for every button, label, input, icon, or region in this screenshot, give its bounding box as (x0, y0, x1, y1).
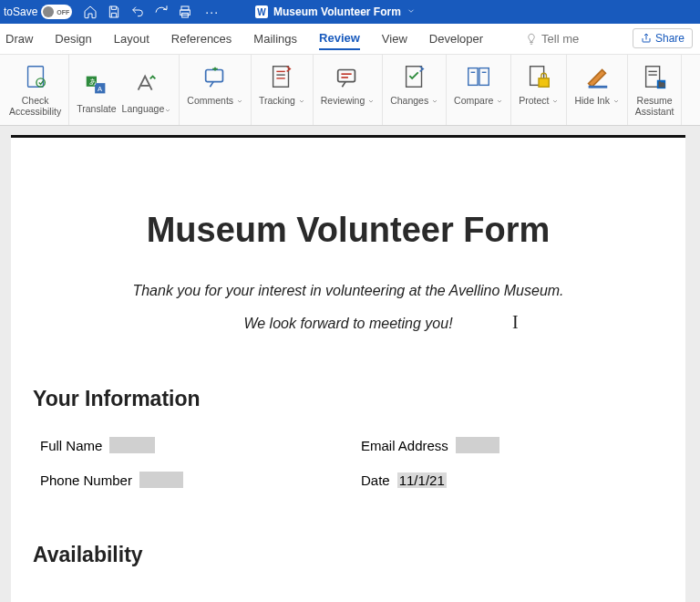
ribbon: Check Accessibility あA Translate Languag… (0, 55, 700, 126)
field-full-name: Full Name (40, 437, 343, 453)
ribbon-accessibility[interactable]: Check Accessibility (2, 55, 69, 125)
svg-rect-24 (539, 78, 549, 87)
comments-icon (201, 60, 229, 93)
label-date: Date (361, 472, 390, 488)
input-phone[interactable] (139, 472, 183, 488)
tab-review[interactable]: Review (319, 27, 360, 50)
svg-text:あ: あ (88, 78, 96, 87)
svg-rect-10 (206, 70, 223, 82)
text-cursor-icon: I (512, 312, 519, 333)
tab-view[interactable]: View (382, 28, 407, 49)
ribbon-resume-assistant[interactable]: in Resume Assistant (628, 55, 683, 125)
home-icon[interactable] (83, 5, 98, 19)
input-full-name[interactable] (109, 437, 155, 453)
chevron-down-icon (431, 95, 438, 106)
input-email[interactable] (456, 437, 499, 453)
share-icon (641, 33, 652, 44)
section-availability: Availability (33, 543, 664, 567)
print-icon[interactable] (178, 5, 192, 19)
field-phone: Phone Number (40, 472, 343, 488)
ribbon-comments[interactable]: Comments (180, 55, 252, 125)
label-email: Email Address (361, 438, 448, 453)
intro-line-1: Thank you for your interest in volunteer… (33, 283, 664, 299)
chevron-down-icon (496, 95, 503, 106)
menu-tabs: Draw Design Layout References Mailings R… (0, 24, 700, 55)
redo-icon[interactable] (154, 5, 169, 19)
tracking-icon (268, 60, 295, 93)
label-full-name: Full Name (40, 438, 102, 453)
intro-line-2: We look forward to meeting you! (33, 316, 664, 332)
form-title: Museum Volunteer Form (33, 211, 664, 250)
autosave-toggle[interactable]: OFF (41, 5, 72, 19)
chevron-down-icon (612, 95, 620, 106)
ribbon-protect[interactable]: Protect (511, 55, 567, 125)
undo-icon[interactable] (130, 5, 145, 19)
page[interactable]: Museum Volunteer Form Thank you for your… (11, 135, 685, 602)
save-icon[interactable] (107, 5, 121, 19)
autosave-label: toSave (4, 5, 37, 18)
ribbon-language-group: あA Translate Language (69, 55, 180, 125)
quick-access-toolbar: ··· (83, 5, 222, 19)
reviewing-icon (334, 60, 361, 93)
changes-icon (401, 60, 428, 93)
svg-rect-15 (338, 70, 355, 82)
ribbon-tracking[interactable]: Tracking (252, 55, 314, 125)
tab-draw[interactable]: Draw (5, 28, 33, 49)
translate-icon: あA (83, 68, 110, 101)
tab-developer[interactable]: Developer (429, 28, 483, 49)
language-icon (133, 68, 160, 101)
document-canvas[interactable]: Museum Volunteer Form Thank you for your… (0, 126, 700, 602)
document-title: Museum Volunteer Form (273, 5, 401, 18)
input-date[interactable]: 11/1/21 (397, 472, 447, 488)
chevron-down-icon (298, 95, 305, 106)
ribbon-changes[interactable]: Changes (383, 55, 447, 125)
chevron-down-icon (367, 95, 375, 106)
resume-icon: in (641, 60, 668, 93)
lightbulb-icon (525, 33, 538, 46)
svg-text:A: A (98, 85, 102, 93)
section-your-information: Your Information (33, 387, 664, 411)
autosave-control[interactable]: toSave OFF (4, 5, 72, 19)
ribbon-translate[interactable]: あA Translate (77, 68, 116, 114)
protect-icon (525, 60, 552, 93)
svg-rect-19 (468, 68, 478, 86)
accessibility-icon (22, 60, 49, 93)
field-email: Email Address (361, 437, 664, 453)
svg-rect-0 (181, 6, 189, 10)
tab-mailings[interactable]: Mailings (253, 28, 297, 49)
more-commands-icon[interactable]: ··· (201, 5, 222, 19)
compare-icon (465, 60, 492, 93)
ribbon-reviewing[interactable]: Reviewing (314, 55, 383, 125)
ribbon-language[interactable]: Language (122, 68, 172, 114)
svg-text:in: in (659, 80, 665, 88)
ribbon-compare[interactable]: Compare (447, 55, 511, 125)
svg-rect-11 (273, 67, 289, 88)
titlebar: toSave OFF ··· W Museum Volunteer Form (0, 0, 700, 24)
word-app-icon: W (255, 5, 268, 18)
ribbon-hide-ink[interactable]: Hide Ink (567, 55, 627, 125)
svg-rect-20 (479, 68, 489, 86)
chevron-down-icon (551, 95, 559, 106)
field-date: Date 11/1/21 (361, 472, 664, 488)
tab-references[interactable]: References (171, 28, 232, 49)
hide-ink-icon (583, 60, 611, 93)
share-button[interactable]: Share (633, 28, 693, 48)
chevron-down-icon[interactable] (407, 5, 416, 18)
chevron-down-icon (236, 95, 243, 106)
document-title-wrap[interactable]: W Museum Volunteer Form (255, 5, 416, 18)
label-phone: Phone Number (40, 472, 132, 488)
chevron-down-icon (164, 103, 171, 114)
tab-layout[interactable]: Layout (114, 28, 149, 49)
tell-me-search[interactable]: Tell me (525, 32, 579, 46)
field-grid: Full Name Email Address Phone Number Dat… (33, 437, 664, 488)
tab-design[interactable]: Design (55, 28, 91, 49)
